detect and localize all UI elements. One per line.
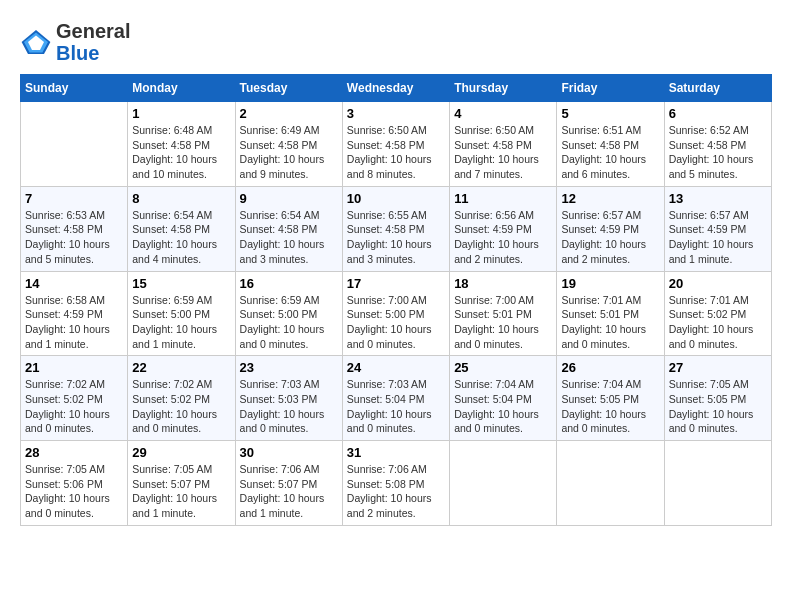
- day-info: Sunrise: 7:05 AM Sunset: 5:06 PM Dayligh…: [25, 462, 123, 521]
- calendar-cell: 22 Sunrise: 7:02 AM Sunset: 5:02 PM Dayl…: [128, 356, 235, 441]
- day-info: Sunrise: 7:02 AM Sunset: 5:02 PM Dayligh…: [132, 377, 230, 436]
- day-info: Sunrise: 6:53 AM Sunset: 4:58 PM Dayligh…: [25, 208, 123, 267]
- day-number: 11: [454, 191, 552, 206]
- calendar-week-5: 28 Sunrise: 7:05 AM Sunset: 5:06 PM Dayl…: [21, 441, 772, 526]
- day-info: Sunrise: 6:51 AM Sunset: 4:58 PM Dayligh…: [561, 123, 659, 182]
- day-header-friday: Friday: [557, 75, 664, 102]
- day-info: Sunrise: 6:59 AM Sunset: 5:00 PM Dayligh…: [132, 293, 230, 352]
- day-number: 14: [25, 276, 123, 291]
- day-info: Sunrise: 6:58 AM Sunset: 4:59 PM Dayligh…: [25, 293, 123, 352]
- calendar-cell: 8 Sunrise: 6:54 AM Sunset: 4:58 PM Dayli…: [128, 186, 235, 271]
- calendar-cell: 3 Sunrise: 6:50 AM Sunset: 4:58 PM Dayli…: [342, 102, 449, 187]
- day-info: Sunrise: 6:55 AM Sunset: 4:58 PM Dayligh…: [347, 208, 445, 267]
- calendar-cell: [450, 441, 557, 526]
- calendar-cell: 4 Sunrise: 6:50 AM Sunset: 4:58 PM Dayli…: [450, 102, 557, 187]
- day-info: Sunrise: 6:49 AM Sunset: 4:58 PM Dayligh…: [240, 123, 338, 182]
- day-info: Sunrise: 7:06 AM Sunset: 5:07 PM Dayligh…: [240, 462, 338, 521]
- calendar-cell: 16 Sunrise: 6:59 AM Sunset: 5:00 PM Dayl…: [235, 271, 342, 356]
- day-info: Sunrise: 6:59 AM Sunset: 5:00 PM Dayligh…: [240, 293, 338, 352]
- calendar-cell: 26 Sunrise: 7:04 AM Sunset: 5:05 PM Dayl…: [557, 356, 664, 441]
- calendar-week-4: 21 Sunrise: 7:02 AM Sunset: 5:02 PM Dayl…: [21, 356, 772, 441]
- calendar-cell: 13 Sunrise: 6:57 AM Sunset: 4:59 PM Dayl…: [664, 186, 771, 271]
- calendar-cell: 30 Sunrise: 7:06 AM Sunset: 5:07 PM Dayl…: [235, 441, 342, 526]
- day-number: 12: [561, 191, 659, 206]
- calendar-cell: 20 Sunrise: 7:01 AM Sunset: 5:02 PM Dayl…: [664, 271, 771, 356]
- day-info: Sunrise: 6:56 AM Sunset: 4:59 PM Dayligh…: [454, 208, 552, 267]
- calendar-cell: 7 Sunrise: 6:53 AM Sunset: 4:58 PM Dayli…: [21, 186, 128, 271]
- calendar-cell: 5 Sunrise: 6:51 AM Sunset: 4:58 PM Dayli…: [557, 102, 664, 187]
- day-info: Sunrise: 6:54 AM Sunset: 4:58 PM Dayligh…: [240, 208, 338, 267]
- day-number: 24: [347, 360, 445, 375]
- calendar-cell: 9 Sunrise: 6:54 AM Sunset: 4:58 PM Dayli…: [235, 186, 342, 271]
- calendar-cell: 2 Sunrise: 6:49 AM Sunset: 4:58 PM Dayli…: [235, 102, 342, 187]
- calendar-cell: 17 Sunrise: 7:00 AM Sunset: 5:00 PM Dayl…: [342, 271, 449, 356]
- calendar-cell: 23 Sunrise: 7:03 AM Sunset: 5:03 PM Dayl…: [235, 356, 342, 441]
- day-info: Sunrise: 6:52 AM Sunset: 4:58 PM Dayligh…: [669, 123, 767, 182]
- day-number: 10: [347, 191, 445, 206]
- day-info: Sunrise: 6:54 AM Sunset: 4:58 PM Dayligh…: [132, 208, 230, 267]
- day-number: 15: [132, 276, 230, 291]
- calendar-cell: 10 Sunrise: 6:55 AM Sunset: 4:58 PM Dayl…: [342, 186, 449, 271]
- logo-icon: [20, 26, 52, 58]
- calendar-week-3: 14 Sunrise: 6:58 AM Sunset: 4:59 PM Dayl…: [21, 271, 772, 356]
- calendar-cell: 12 Sunrise: 6:57 AM Sunset: 4:59 PM Dayl…: [557, 186, 664, 271]
- calendar-cell: 11 Sunrise: 6:56 AM Sunset: 4:59 PM Dayl…: [450, 186, 557, 271]
- day-info: Sunrise: 6:48 AM Sunset: 4:58 PM Dayligh…: [132, 123, 230, 182]
- day-number: 5: [561, 106, 659, 121]
- day-number: 2: [240, 106, 338, 121]
- day-number: 7: [25, 191, 123, 206]
- calendar-header-row: SundayMondayTuesdayWednesdayThursdayFrid…: [21, 75, 772, 102]
- day-number: 28: [25, 445, 123, 460]
- day-info: Sunrise: 6:50 AM Sunset: 4:58 PM Dayligh…: [454, 123, 552, 182]
- day-number: 27: [669, 360, 767, 375]
- day-number: 13: [669, 191, 767, 206]
- day-number: 9: [240, 191, 338, 206]
- day-number: 30: [240, 445, 338, 460]
- day-info: Sunrise: 6:57 AM Sunset: 4:59 PM Dayligh…: [561, 208, 659, 267]
- day-number: 19: [561, 276, 659, 291]
- calendar-week-1: 1 Sunrise: 6:48 AM Sunset: 4:58 PM Dayli…: [21, 102, 772, 187]
- calendar-cell: 19 Sunrise: 7:01 AM Sunset: 5:01 PM Dayl…: [557, 271, 664, 356]
- day-info: Sunrise: 7:03 AM Sunset: 5:04 PM Dayligh…: [347, 377, 445, 436]
- day-number: 31: [347, 445, 445, 460]
- logo-text: General Blue: [56, 20, 130, 64]
- calendar-cell: 6 Sunrise: 6:52 AM Sunset: 4:58 PM Dayli…: [664, 102, 771, 187]
- day-header-monday: Monday: [128, 75, 235, 102]
- day-number: 23: [240, 360, 338, 375]
- calendar-table: SundayMondayTuesdayWednesdayThursdayFrid…: [20, 74, 772, 526]
- calendar-cell: 21 Sunrise: 7:02 AM Sunset: 5:02 PM Dayl…: [21, 356, 128, 441]
- calendar-cell: [21, 102, 128, 187]
- day-info: Sunrise: 7:04 AM Sunset: 5:05 PM Dayligh…: [561, 377, 659, 436]
- page-header: General Blue: [20, 20, 772, 64]
- day-info: Sunrise: 7:06 AM Sunset: 5:08 PM Dayligh…: [347, 462, 445, 521]
- day-number: 25: [454, 360, 552, 375]
- day-info: Sunrise: 6:57 AM Sunset: 4:59 PM Dayligh…: [669, 208, 767, 267]
- calendar-cell: [557, 441, 664, 526]
- calendar-cell: 25 Sunrise: 7:04 AM Sunset: 5:04 PM Dayl…: [450, 356, 557, 441]
- calendar-cell: 1 Sunrise: 6:48 AM Sunset: 4:58 PM Dayli…: [128, 102, 235, 187]
- day-number: 8: [132, 191, 230, 206]
- day-info: Sunrise: 7:05 AM Sunset: 5:05 PM Dayligh…: [669, 377, 767, 436]
- day-number: 3: [347, 106, 445, 121]
- day-info: Sunrise: 7:04 AM Sunset: 5:04 PM Dayligh…: [454, 377, 552, 436]
- day-info: Sunrise: 7:00 AM Sunset: 5:00 PM Dayligh…: [347, 293, 445, 352]
- day-info: Sunrise: 7:01 AM Sunset: 5:01 PM Dayligh…: [561, 293, 659, 352]
- day-number: 4: [454, 106, 552, 121]
- calendar-cell: 18 Sunrise: 7:00 AM Sunset: 5:01 PM Dayl…: [450, 271, 557, 356]
- day-number: 22: [132, 360, 230, 375]
- day-header-tuesday: Tuesday: [235, 75, 342, 102]
- calendar-cell: 27 Sunrise: 7:05 AM Sunset: 5:05 PM Dayl…: [664, 356, 771, 441]
- day-header-thursday: Thursday: [450, 75, 557, 102]
- day-number: 1: [132, 106, 230, 121]
- day-number: 6: [669, 106, 767, 121]
- calendar-cell: 24 Sunrise: 7:03 AM Sunset: 5:04 PM Dayl…: [342, 356, 449, 441]
- day-header-wednesday: Wednesday: [342, 75, 449, 102]
- day-number: 21: [25, 360, 123, 375]
- calendar-cell: 14 Sunrise: 6:58 AM Sunset: 4:59 PM Dayl…: [21, 271, 128, 356]
- calendar-cell: [664, 441, 771, 526]
- day-header-sunday: Sunday: [21, 75, 128, 102]
- day-info: Sunrise: 7:02 AM Sunset: 5:02 PM Dayligh…: [25, 377, 123, 436]
- day-info: Sunrise: 6:50 AM Sunset: 4:58 PM Dayligh…: [347, 123, 445, 182]
- day-info: Sunrise: 7:00 AM Sunset: 5:01 PM Dayligh…: [454, 293, 552, 352]
- day-info: Sunrise: 7:05 AM Sunset: 5:07 PM Dayligh…: [132, 462, 230, 521]
